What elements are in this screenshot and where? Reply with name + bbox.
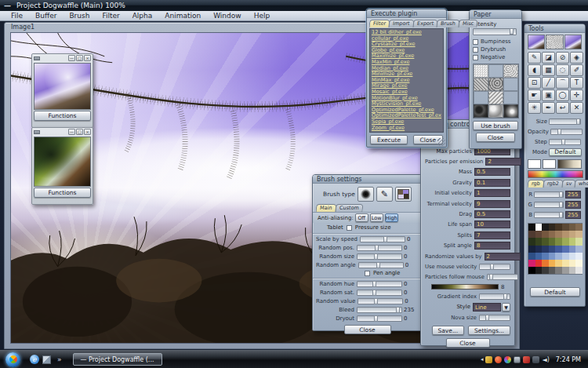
functions-panel-1-titlebar[interactable]: — □ × xyxy=(32,54,93,62)
color-mode-tab[interactable]: rgb2 xyxy=(543,180,563,188)
brush-slider-track[interactable] xyxy=(357,253,402,260)
palette-swatch[interactable] xyxy=(569,260,576,267)
update-tray-icon[interactable] xyxy=(495,356,502,363)
tool-button[interactable]: T xyxy=(570,77,583,89)
plugin-list-item[interactable]: 12 bit dither_pf.exe xyxy=(372,30,441,36)
brush-slider[interactable]: Random size0 xyxy=(316,252,419,261)
rgb-slider-thumb[interactable] xyxy=(559,191,563,198)
plugin-list-item[interactable]: OptimizedPalette_pf.exe xyxy=(372,107,441,114)
style-select[interactable]: Line xyxy=(473,303,501,312)
paper-preview-thumbnail[interactable] xyxy=(546,35,563,49)
start-button[interactable] xyxy=(5,352,20,367)
menu-item[interactable]: Animation xyxy=(158,11,207,20)
palette-swatch[interactable] xyxy=(569,253,576,260)
brush-slider-track[interactable] xyxy=(357,290,402,296)
maximize-icon[interactable]: □ xyxy=(76,129,83,135)
gradient-index-slider[interactable]: Gradient index xyxy=(425,291,510,301)
image-preview-thumbnail[interactable] xyxy=(564,35,582,49)
tool-button[interactable]: ▣ xyxy=(542,89,555,101)
palette-swatch[interactable] xyxy=(562,231,569,238)
tool-button[interactable]: ↩ xyxy=(556,102,569,114)
tool-button[interactable]: ◖ xyxy=(528,64,541,76)
functions-button-2[interactable]: Functions xyxy=(34,188,91,198)
palette-swatch[interactable] xyxy=(528,224,535,231)
menu-item[interactable]: Window xyxy=(207,11,248,20)
brush-slider-thumb[interactable] xyxy=(372,281,376,287)
menu-item[interactable]: Filter xyxy=(96,11,125,20)
brush-settings-title[interactable]: Brush settings xyxy=(313,175,422,184)
plugin-tab[interactable]: Brush xyxy=(436,20,459,27)
tool-button[interactable]: ╱ xyxy=(542,77,555,89)
brush-slider-thumb[interactable] xyxy=(383,236,387,242)
palette-swatch[interactable] xyxy=(535,260,543,267)
palette-swatch[interactable] xyxy=(562,260,569,267)
plugin-list-item[interactable]: cellular_pf.exe xyxy=(372,36,441,42)
menu-item[interactable]: Alpha xyxy=(126,11,159,20)
particle-field-value[interactable]: 10 xyxy=(474,220,510,228)
brush-slider-track[interactable] xyxy=(358,262,404,268)
chevron-down-icon[interactable]: ▼ xyxy=(502,303,510,312)
hue-spectrum-bar[interactable] xyxy=(528,170,583,178)
palette-swatch[interactable] xyxy=(575,231,583,238)
paper-texture-swatch[interactable] xyxy=(488,91,503,104)
paper-texture-swatch[interactable] xyxy=(474,104,488,118)
aa-high-button[interactable]: High xyxy=(385,213,398,222)
brush-slider-track[interactable] xyxy=(357,307,402,313)
particle-field-value[interactable]: 2 xyxy=(485,158,521,166)
paper-option-checkbox[interactable] xyxy=(473,47,478,53)
particle-field[interactable]: Initial velocity1 xyxy=(425,188,510,199)
paper-texture-swatch[interactable] xyxy=(488,64,503,78)
brush-slider[interactable]: Random angle0 xyxy=(316,261,419,269)
paper-panel[interactable]: Paper Intensity BumpinessDrybrushNegativ… xyxy=(469,9,522,149)
brush-slider-thumb[interactable] xyxy=(374,315,378,322)
rgb-slider-thumb[interactable] xyxy=(559,212,563,218)
tool-button[interactable]: ☛ xyxy=(528,89,541,101)
minimize-icon[interactable]: — xyxy=(68,129,75,135)
gradient-index-slider-thumb[interactable] xyxy=(503,293,507,300)
primary-color-swatch[interactable] xyxy=(528,159,541,169)
intensity-slider-thumb[interactable] xyxy=(510,28,514,35)
tools-panel[interactable]: Tools ✎◪⊘◈◖▦◌✐⊡╱⌒T☛▣◯✛✳✒↩✕ SizeOpacitySt… xyxy=(524,24,586,307)
particle-field-value[interactable]: 7 xyxy=(474,231,510,239)
color-mode-tab[interactable]: rgb xyxy=(527,180,544,188)
tool-slider[interactable]: Size xyxy=(528,116,582,126)
maximize-icon[interactable]: □ xyxy=(76,55,83,61)
tool-slider-thumb[interactable] xyxy=(561,139,565,145)
plugin-list-item[interactable]: Mirage_pf.exe xyxy=(372,83,441,89)
brush-slider-track[interactable] xyxy=(360,236,405,242)
menu-item[interactable]: Help xyxy=(248,11,277,20)
menu-item[interactable]: File xyxy=(5,11,29,20)
palette-swatch[interactable] xyxy=(575,246,583,253)
palette-swatch[interactable] xyxy=(542,238,549,245)
particle-field[interactable]: Terminal velocity9 xyxy=(425,199,510,209)
paper-close-button[interactable]: Close xyxy=(476,133,515,142)
custom-brush-button[interactable] xyxy=(395,187,412,202)
tool-button[interactable]: ✳ xyxy=(528,102,541,114)
plugin-list-item[interactable]: Zoom_pf.exe xyxy=(372,126,441,132)
particle-field-value[interactable]: 1 xyxy=(474,189,510,197)
palette-swatch[interactable] xyxy=(569,246,576,253)
plugin-list-item[interactable]: Median_pf.exe xyxy=(372,66,441,72)
particle-slider[interactable]: Use mouse velocity xyxy=(425,261,510,271)
palette-swatch[interactable] xyxy=(562,246,569,253)
brush-slider[interactable]: Random hue0 xyxy=(316,279,419,288)
tool-slider-track[interactable] xyxy=(550,129,583,135)
brush-preview-thumbnail[interactable] xyxy=(528,35,545,49)
tool-slider-track[interactable] xyxy=(549,118,581,125)
palette-swatch[interactable] xyxy=(535,224,543,231)
gradient-index-slider-track[interactable] xyxy=(479,293,510,300)
brush-slider-track[interactable] xyxy=(358,298,403,304)
quicklaunch-overflow-chevron[interactable]: » xyxy=(57,355,62,363)
palette-swatch[interactable] xyxy=(535,246,543,253)
buffer-thumbnail-1[interactable] xyxy=(34,63,91,110)
particle-control-panel[interactable]: Particle control Max particles1000Partic… xyxy=(420,119,515,346)
pressure-size-checkbox[interactable] xyxy=(347,225,352,231)
tool-slider-track[interactable] xyxy=(549,139,581,145)
particle-field[interactable]: Life span10 xyxy=(425,220,510,230)
tool-button[interactable]: ◪ xyxy=(542,52,555,64)
tools-title[interactable]: Tools xyxy=(524,24,585,33)
palette-swatch[interactable] xyxy=(555,253,562,260)
plugin-list[interactable]: 12 bit dither_pf.execellular_pf.exeCryst… xyxy=(369,28,444,133)
palette-swatch[interactable] xyxy=(542,267,549,274)
tool-slider[interactable]: Step xyxy=(528,137,582,147)
